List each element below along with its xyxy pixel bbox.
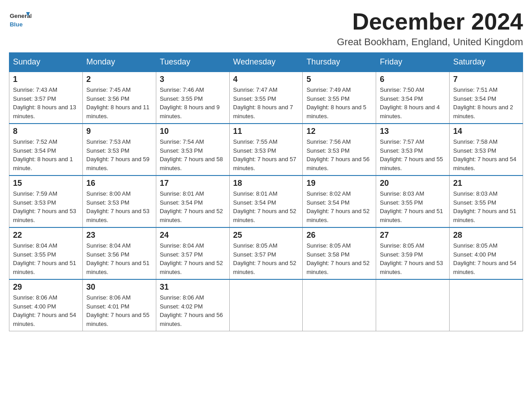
day-info: Sunrise: 7:56 AMSunset: 3:53 PMDaylight:…	[306, 137, 372, 172]
day-info: Sunrise: 7:45 AMSunset: 3:56 PMDaylight:…	[86, 86, 152, 120]
calendar-cell: 11Sunrise: 7:55 AMSunset: 3:53 PMDayligh…	[229, 124, 303, 176]
logo: General Blue	[9, 9, 31, 31]
day-number: 4	[233, 75, 299, 84]
day-info: Sunrise: 7:57 AMSunset: 3:53 PMDaylight:…	[380, 137, 446, 172]
day-info: Sunrise: 8:02 AMSunset: 3:54 PMDaylight:…	[306, 189, 372, 224]
day-info: Sunrise: 8:06 AMSunset: 4:00 PMDaylight:…	[13, 293, 79, 328]
day-number: 24	[160, 231, 226, 240]
day-info: Sunrise: 8:00 AMSunset: 3:53 PMDaylight:…	[86, 189, 152, 224]
calendar-cell	[303, 279, 376, 331]
calendar-cell: 14Sunrise: 7:58 AMSunset: 3:53 PMDayligh…	[450, 124, 523, 176]
calendar-cell: 12Sunrise: 7:56 AMSunset: 3:53 PMDayligh…	[303, 124, 376, 176]
day-number: 29	[13, 283, 79, 292]
calendar-cell: 4Sunrise: 7:47 AMSunset: 3:55 PMDaylight…	[229, 72, 303, 124]
calendar-cell: 25Sunrise: 8:05 AMSunset: 3:57 PMDayligh…	[229, 227, 303, 279]
day-info: Sunrise: 8:04 AMSunset: 3:57 PMDaylight:…	[160, 241, 226, 276]
day-info: Sunrise: 8:01 AMSunset: 3:54 PMDaylight:…	[233, 189, 299, 224]
logo-icon: General Blue	[9, 9, 31, 31]
calendar-cell: 6Sunrise: 7:50 AMSunset: 3:54 PMDaylight…	[376, 72, 450, 124]
calendar-cell: 5Sunrise: 7:49 AMSunset: 3:55 PMDaylight…	[303, 72, 376, 124]
day-number: 21	[453, 179, 519, 188]
calendar-cell: 9Sunrise: 7:53 AMSunset: 3:53 PMDaylight…	[82, 124, 156, 176]
day-number: 6	[380, 75, 446, 84]
calendar-cell: 15Sunrise: 7:59 AMSunset: 3:53 PMDayligh…	[9, 176, 83, 227]
day-info: Sunrise: 7:51 AMSunset: 3:54 PMDaylight:…	[453, 86, 519, 120]
calendar-cell: 2Sunrise: 7:45 AMSunset: 3:56 PMDaylight…	[82, 72, 156, 124]
calendar-week-row: 8Sunrise: 7:52 AMSunset: 3:54 PMDaylight…	[9, 124, 523, 176]
calendar-cell: 27Sunrise: 8:05 AMSunset: 3:59 PMDayligh…	[376, 227, 450, 279]
day-info: Sunrise: 8:06 AMSunset: 4:02 PMDaylight:…	[160, 293, 226, 328]
page-header: General Blue December 2024 Great Bookham…	[9, 9, 523, 48]
calendar-cell: 30Sunrise: 8:06 AMSunset: 4:01 PMDayligh…	[82, 279, 156, 331]
day-number: 8	[13, 127, 79, 136]
day-number: 7	[453, 75, 519, 84]
day-number: 5	[306, 75, 372, 84]
day-number: 14	[453, 127, 519, 136]
day-number: 11	[233, 127, 299, 136]
calendar-cell: 24Sunrise: 8:04 AMSunset: 3:57 PMDayligh…	[156, 227, 229, 279]
day-info: Sunrise: 7:52 AMSunset: 3:54 PMDaylight:…	[13, 137, 79, 172]
day-info: Sunrise: 7:43 AMSunset: 3:57 PMDaylight:…	[13, 86, 79, 120]
calendar-cell: 3Sunrise: 7:46 AMSunset: 3:55 PMDaylight…	[156, 72, 229, 124]
calendar-cell: 16Sunrise: 8:00 AMSunset: 3:53 PMDayligh…	[82, 176, 156, 227]
day-info: Sunrise: 8:05 AMSunset: 4:00 PMDaylight:…	[453, 241, 519, 276]
calendar-cell: 21Sunrise: 8:03 AMSunset: 3:55 PMDayligh…	[450, 176, 523, 227]
column-header-saturday: Saturday	[450, 53, 523, 72]
calendar-cell: 19Sunrise: 8:02 AMSunset: 3:54 PMDayligh…	[303, 176, 376, 227]
calendar-cell: 26Sunrise: 8:05 AMSunset: 3:58 PMDayligh…	[303, 227, 376, 279]
day-number: 30	[86, 283, 152, 292]
calendar-week-row: 15Sunrise: 7:59 AMSunset: 3:53 PMDayligh…	[9, 176, 523, 227]
day-number: 15	[13, 179, 79, 188]
day-info: Sunrise: 8:05 AMSunset: 3:58 PMDaylight:…	[306, 241, 372, 276]
month-title: December 2024	[337, 9, 523, 34]
day-number: 16	[86, 179, 152, 188]
day-number: 12	[306, 127, 372, 136]
day-number: 2	[86, 75, 152, 84]
calendar-cell: 29Sunrise: 8:06 AMSunset: 4:00 PMDayligh…	[9, 279, 83, 331]
calendar-week-row: 1Sunrise: 7:43 AMSunset: 3:57 PMDaylight…	[9, 72, 523, 124]
day-number: 10	[160, 127, 226, 136]
column-header-thursday: Thursday	[303, 53, 376, 72]
day-number: 19	[306, 179, 372, 188]
day-info: Sunrise: 8:03 AMSunset: 3:55 PMDaylight:…	[453, 189, 519, 224]
day-number: 20	[380, 179, 446, 188]
day-info: Sunrise: 7:55 AMSunset: 3:53 PMDaylight:…	[233, 137, 299, 172]
calendar-cell: 7Sunrise: 7:51 AMSunset: 3:54 PMDaylight…	[450, 72, 523, 124]
day-number: 28	[453, 231, 519, 240]
calendar-cell: 17Sunrise: 8:01 AMSunset: 3:54 PMDayligh…	[156, 176, 229, 227]
day-info: Sunrise: 7:59 AMSunset: 3:53 PMDaylight:…	[13, 189, 79, 224]
calendar-week-row: 22Sunrise: 8:04 AMSunset: 3:55 PMDayligh…	[9, 227, 523, 279]
day-info: Sunrise: 7:58 AMSunset: 3:53 PMDaylight:…	[453, 137, 519, 172]
column-header-wednesday: Wednesday	[229, 53, 303, 72]
day-number: 22	[13, 231, 79, 240]
calendar-cell: 10Sunrise: 7:54 AMSunset: 3:53 PMDayligh…	[156, 124, 229, 176]
calendar-cell: 20Sunrise: 8:03 AMSunset: 3:55 PMDayligh…	[376, 176, 450, 227]
calendar-header-row: SundayMondayTuesdayWednesdayThursdayFrid…	[9, 53, 523, 72]
day-info: Sunrise: 8:04 AMSunset: 3:56 PMDaylight:…	[86, 241, 152, 276]
calendar-cell: 23Sunrise: 8:04 AMSunset: 3:56 PMDayligh…	[82, 227, 156, 279]
calendar-cell: 8Sunrise: 7:52 AMSunset: 3:54 PMDaylight…	[9, 124, 83, 176]
day-info: Sunrise: 7:54 AMSunset: 3:53 PMDaylight:…	[160, 137, 226, 172]
day-info: Sunrise: 8:05 AMSunset: 3:57 PMDaylight:…	[233, 241, 299, 276]
title-area: December 2024 Great Bookham, England, Un…	[337, 9, 523, 48]
calendar-cell: 31Sunrise: 8:06 AMSunset: 4:02 PMDayligh…	[156, 279, 229, 331]
calendar-cell	[376, 279, 450, 331]
day-info: Sunrise: 8:06 AMSunset: 4:01 PMDaylight:…	[86, 293, 152, 328]
calendar-cell: 22Sunrise: 8:04 AMSunset: 3:55 PMDayligh…	[9, 227, 83, 279]
calendar-cell: 1Sunrise: 7:43 AMSunset: 3:57 PMDaylight…	[9, 72, 83, 124]
day-number: 13	[380, 127, 446, 136]
day-number: 18	[233, 179, 299, 188]
day-number: 26	[306, 231, 372, 240]
day-number: 23	[86, 231, 152, 240]
day-number: 9	[86, 127, 152, 136]
day-info: Sunrise: 7:49 AMSunset: 3:55 PMDaylight:…	[306, 86, 372, 120]
day-info: Sunrise: 8:05 AMSunset: 3:59 PMDaylight:…	[380, 241, 446, 276]
day-info: Sunrise: 7:50 AMSunset: 3:54 PMDaylight:…	[380, 86, 446, 120]
location-subtitle: Great Bookham, England, United Kingdom	[337, 36, 523, 48]
day-number: 25	[233, 231, 299, 240]
day-info: Sunrise: 8:01 AMSunset: 3:54 PMDaylight:…	[160, 189, 226, 224]
day-info: Sunrise: 8:04 AMSunset: 3:55 PMDaylight:…	[13, 241, 79, 276]
day-number: 27	[380, 231, 446, 240]
column-header-sunday: Sunday	[9, 53, 83, 72]
calendar-table: SundayMondayTuesdayWednesdayThursdayFrid…	[9, 52, 523, 331]
